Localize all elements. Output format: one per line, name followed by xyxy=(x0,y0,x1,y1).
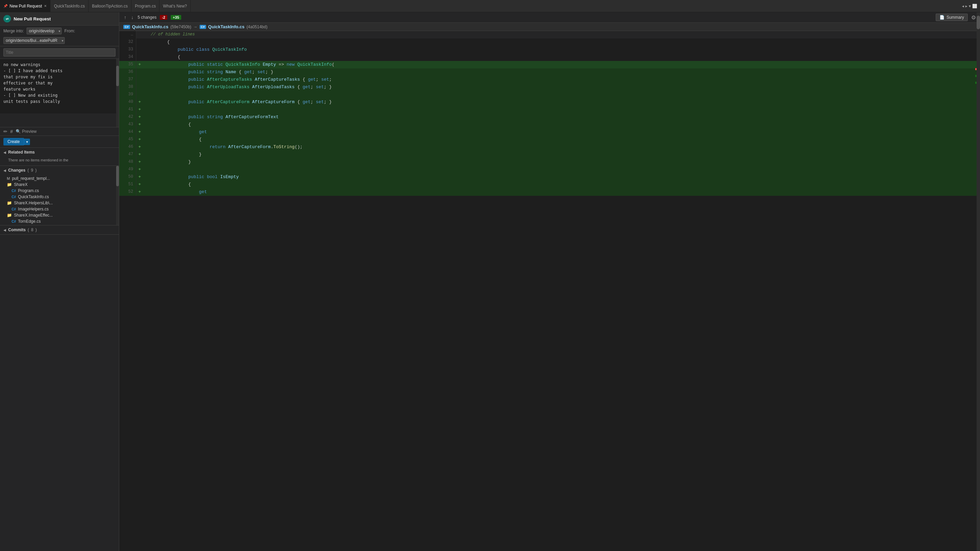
line-number: 32 xyxy=(119,38,136,46)
changes-count-close: ) xyxy=(35,168,37,173)
diff-indicator xyxy=(136,68,143,76)
changes-scrollbar-thumb xyxy=(116,166,119,186)
summary-button[interactable]: 📄 Summary xyxy=(936,14,968,21)
list-item[interactable]: C# QuickTaskInfo.cs xyxy=(0,194,119,200)
tab-whats-new[interactable]: What's New? xyxy=(159,0,191,12)
tab-label: New Pull Request xyxy=(10,4,42,8)
tab-label: Program.cs xyxy=(135,4,156,8)
diff-line: 51 + { xyxy=(119,181,980,188)
diff-indicator: + xyxy=(136,121,143,129)
cs-file-icon: C# xyxy=(11,189,16,193)
description-textarea[interactable]: no new warnings - [ ] I have added tests… xyxy=(0,59,119,113)
diff-code: public static QuickTaskInfo Empty => new… xyxy=(143,61,980,68)
diff-down-button[interactable]: ↓ xyxy=(130,14,134,21)
merge-into-label: Merge into: xyxy=(3,29,24,33)
hash-icon[interactable]: # xyxy=(10,129,13,134)
diff-settings-icon[interactable]: ⚙ xyxy=(971,14,976,21)
tab-label: QuickTaskInfo.cs xyxy=(54,4,85,8)
list-item[interactable]: C# ImageHelpers.cs xyxy=(0,206,119,212)
preview-label: Preview xyxy=(22,129,37,134)
tab-overflow-arrows[interactable]: ◂ ▸ ▾ ⬜ xyxy=(959,4,980,8)
diff-line: 44 + get xyxy=(119,129,980,136)
tab-label: What's New? xyxy=(163,4,187,8)
tab-balloontipaction[interactable]: BalloonTipAction.cs xyxy=(89,0,132,12)
list-item[interactable]: 📁 ShareX.ImageEffec... xyxy=(0,212,119,218)
list-item[interactable]: 📁 ShareX.HelpersLib\... xyxy=(0,200,119,206)
line-number: 47 xyxy=(119,151,136,158)
line-number: 38 xyxy=(119,83,136,91)
tab-program[interactable]: Program.cs xyxy=(132,0,159,12)
diff-code: { xyxy=(143,54,980,61)
create-dropdown-button[interactable]: ▾ xyxy=(24,138,30,145)
from-hash: (59e7450b) xyxy=(170,24,191,29)
changes-list: M pull_request_templ... 📁 ShareX C# Prog… xyxy=(0,175,119,225)
diff-indicator xyxy=(136,38,143,46)
line-number: 37 xyxy=(119,76,136,83)
merge-branch-select[interactable]: origin/develop xyxy=(27,28,62,34)
tab-new-pull-request[interactable]: 📌 New Pull Request ✕ xyxy=(0,0,51,12)
cs-file-icon: C# xyxy=(11,195,16,199)
diff-line: 46 + return AfterCaptureForm.ToString(); xyxy=(119,143,980,151)
diff-line: 43 + { xyxy=(119,121,980,129)
from-branch-select[interactable]: origin/demos/Bui...eatePullRequestV1 xyxy=(3,37,65,44)
edit-icon[interactable]: ✏ xyxy=(3,129,8,134)
left-panel: ⇄ New Pull Request Merge into: origin/de… xyxy=(0,12,119,551)
create-main-button[interactable]: Create xyxy=(3,138,24,145)
changes-count: ( xyxy=(28,168,29,173)
list-item[interactable]: C# Program.cs xyxy=(0,187,119,194)
tab-close-icon[interactable]: ✕ xyxy=(44,4,47,8)
create-row: Create ▾ xyxy=(0,136,119,148)
preview-button[interactable]: 🔍 Preview xyxy=(16,129,37,134)
commits-count-close: ) xyxy=(35,227,37,232)
summary-doc-icon: 📄 xyxy=(939,15,945,20)
file-name: TornEdge.cs xyxy=(18,219,41,224)
diff-line: 35 + public static QuickTaskInfo Empty =… xyxy=(119,61,980,68)
list-item[interactable]: C# TornEdge.cs xyxy=(0,218,119,224)
diff-code: public AfterUploadTasks AfterUploadTasks… xyxy=(143,83,980,91)
diff-code xyxy=(143,166,980,173)
diff-marker-add xyxy=(975,75,977,77)
changes-scrollbar xyxy=(116,166,119,225)
folder-name: ShareX xyxy=(14,182,28,187)
folder-icon: 📁 xyxy=(7,213,12,218)
tab-menu-icon[interactable]: ▾ xyxy=(969,4,971,8)
pr-icon: ⇄ xyxy=(3,15,11,22)
diff-content[interactable]: … // of hidden lines 32 { 33 public clas… xyxy=(119,31,980,551)
commits-count-num: 8 xyxy=(31,227,33,232)
diff-up-button[interactable]: ↑ xyxy=(123,14,127,21)
line-number: … xyxy=(119,31,136,38)
changes-header[interactable]: ◀ Changes ( 9 ) xyxy=(0,166,119,175)
diff-indicator: + xyxy=(136,136,143,143)
diff-indicator xyxy=(136,31,143,38)
md-file-icon: M xyxy=(7,176,10,181)
diff-line: 39 xyxy=(119,91,980,98)
cs-file-icon: C# xyxy=(11,220,16,223)
commits-arrow: ◀ xyxy=(3,228,6,232)
list-item[interactable]: M pull_request_templ... xyxy=(0,175,119,181)
diff-indicator: + xyxy=(136,173,143,181)
diff-indicator xyxy=(136,91,143,98)
title-input[interactable] xyxy=(3,48,116,57)
from-label: From: xyxy=(64,29,75,33)
tab-left-arrow[interactable]: ◂ xyxy=(962,4,964,8)
right-panel: ↑ ↓ 5 changes -2 +35 📄 Summary ⚙ C# Quic… xyxy=(119,12,980,551)
restore-icon[interactable]: ⬜ xyxy=(972,4,977,8)
diff-indicator: + xyxy=(136,61,143,68)
line-number: 51 xyxy=(119,181,136,188)
file-name: QuickTaskInfo.cs xyxy=(18,194,49,199)
commits-header[interactable]: ◀ Commits ( 8 ) xyxy=(0,225,119,234)
diff-line: 42 + public string AfterCaptureFormText xyxy=(119,113,980,121)
list-item[interactable]: 📁 ShareX xyxy=(0,181,119,187)
to-hash: (4a0514bd) xyxy=(247,24,267,29)
tab-quicktaskinfo[interactable]: QuickTaskInfo.cs xyxy=(51,0,89,12)
file-name: pull_request_templ... xyxy=(12,176,50,181)
diff-changes-count: 5 changes xyxy=(138,15,156,20)
tab-right-arrow[interactable]: ▸ xyxy=(965,4,967,8)
related-items-header[interactable]: ◀ Related Items xyxy=(0,148,119,157)
diff-code: } xyxy=(143,151,980,158)
summary-label: Summary xyxy=(947,15,964,20)
diff-line: 41 + xyxy=(119,106,980,113)
diff-line: 33 public class QuickTaskInfo xyxy=(119,46,980,54)
diff-file-header: C# QuickTaskInfo.cs (59e7450b) → C# Quic… xyxy=(119,23,980,31)
preview-eye-icon: 🔍 xyxy=(16,129,21,134)
